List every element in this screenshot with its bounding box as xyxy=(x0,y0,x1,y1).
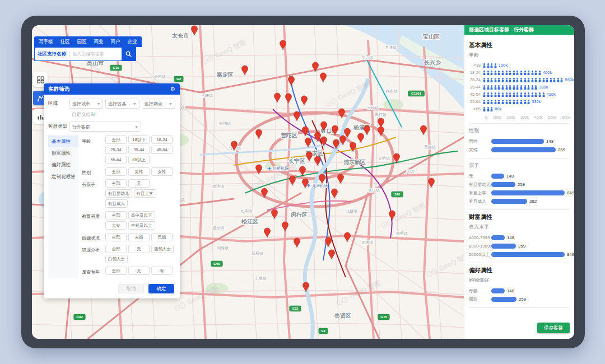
option-chip[interactable]: 全部 xyxy=(105,167,127,176)
cancel-button[interactable]: 取消 xyxy=(118,284,144,293)
svg-text:S20: S20 xyxy=(394,193,401,196)
region-select-2[interactable]: 选择网点▼ xyxy=(142,99,175,109)
svg-text:G92: G92 xyxy=(76,315,83,319)
option-chip[interactable]: 全部 xyxy=(105,136,127,144)
map-pin[interactable] xyxy=(315,156,321,166)
map-pin[interactable] xyxy=(338,174,344,184)
bar-row: 有且上学849 xyxy=(469,189,570,197)
map-pin[interactable] xyxy=(305,138,311,148)
option-chip[interactable]: 男性 xyxy=(128,167,150,176)
option-chip[interactable]: 全部 xyxy=(105,211,127,220)
option-chip[interactable]: 45-54 xyxy=(151,146,173,154)
group-type-select[interactable]: 行外客群 ▼ xyxy=(69,122,141,132)
option-chip[interactable]: 全部 xyxy=(105,233,127,241)
map-pin[interactable] xyxy=(329,250,335,260)
option-chip[interactable]: 蓝领人士 xyxy=(151,245,174,253)
map-pin[interactable] xyxy=(256,129,262,139)
option-chip[interactable]: 全部 xyxy=(105,267,127,275)
map-pin[interactable] xyxy=(294,238,300,248)
option-chip[interactable]: 未婚 xyxy=(128,233,150,241)
map-pin[interactable] xyxy=(421,125,427,136)
map-pin[interactable] xyxy=(429,178,435,188)
map-pin[interactable] xyxy=(242,66,248,76)
map-pin[interactable] xyxy=(294,111,300,122)
map-pin[interactable] xyxy=(320,73,327,83)
map-pin[interactable] xyxy=(339,109,345,119)
option-chip[interactable]: 无 xyxy=(128,179,150,188)
option-chip[interactable]: 有 xyxy=(151,267,173,275)
age-value: 420k xyxy=(547,92,556,97)
map-pin[interactable] xyxy=(332,189,338,199)
option-chip[interactable]: 大专 xyxy=(105,221,127,230)
map-pin[interactable] xyxy=(306,152,313,162)
option-chip[interactable]: 无 xyxy=(128,245,150,253)
confirm-button[interactable]: 确定 xyxy=(148,284,174,293)
bar-label: 男性 xyxy=(469,138,491,144)
map-pin[interactable] xyxy=(302,127,309,137)
attribute-tab-1[interactable]: 财富属性 xyxy=(48,147,78,159)
filter-row-chips: 全部无有且婴幼儿有且上学有且成人 xyxy=(105,179,175,209)
bar-value: 259 xyxy=(558,147,565,152)
option-chip[interactable]: 有且上学 xyxy=(134,189,156,198)
age-label: 25-34 xyxy=(469,77,483,82)
map-pin[interactable] xyxy=(282,222,288,232)
search-button[interactable] xyxy=(122,48,136,60)
bar-label: 有且婴幼儿 xyxy=(469,181,491,188)
region-select-1[interactable]: 选择区县▼ xyxy=(105,99,139,109)
filter-row-5: 职业分布全部无蓝领人士白领人士 xyxy=(82,245,175,265)
filter-row-label: 教育程度 xyxy=(82,211,105,231)
bar-row: 无148 xyxy=(469,172,570,180)
map-pin[interactable] xyxy=(290,176,296,186)
tab-2[interactable]: 园区 xyxy=(77,39,87,45)
save-audience-button[interactable]: 保存客群 xyxy=(537,323,570,333)
option-chip[interactable]: 有且成人 xyxy=(105,199,128,208)
option-chip[interactable]: 白领人士 xyxy=(105,255,128,263)
gear-icon[interactable]: ⚙ xyxy=(170,86,175,92)
option-chip[interactable]: 女性 xyxy=(151,167,173,176)
option-chip[interactable]: 有且婴幼儿 xyxy=(105,189,132,198)
option-chip[interactable]: 55-64 xyxy=(105,156,127,164)
tab-4[interactable]: 商户 xyxy=(111,39,120,45)
map-pin[interactable] xyxy=(319,174,325,184)
search-input[interactable] xyxy=(71,52,122,57)
map-pin[interactable] xyxy=(272,209,278,220)
custom-draw-link[interactable]: 自定义绘制 xyxy=(72,111,175,118)
filter-row-chips: 全部18以下18-2425-3435-4445-5455-6465以上 xyxy=(105,136,175,166)
map-pin[interactable] xyxy=(358,133,364,143)
map-pin[interactable] xyxy=(286,94,292,104)
option-chip[interactable]: 18-24 xyxy=(151,136,173,144)
chart-subtitle: 购物偏好 xyxy=(469,277,570,284)
map-pin[interactable] xyxy=(301,96,308,106)
map-pin[interactable] xyxy=(264,228,271,238)
map-pin[interactable] xyxy=(274,93,281,103)
tab-0[interactable]: 写字楼 xyxy=(39,39,53,45)
search-category-label[interactable]: 社区支行名称 xyxy=(35,51,69,58)
option-chip[interactable]: 35-44 xyxy=(128,146,150,154)
option-chip[interactable]: 全部 xyxy=(105,179,127,188)
option-chip[interactable]: 65以上 xyxy=(128,156,150,164)
map-pin[interactable] xyxy=(288,76,295,86)
region-select-0[interactable]: 选择城市▼ xyxy=(69,99,103,109)
option-chip[interactable]: 18以下 xyxy=(128,136,150,144)
option-chip[interactable]: 已婚 xyxy=(151,233,173,241)
svg-text:普陀区: 普陀区 xyxy=(281,132,297,138)
attribute-tab-2[interactable]: 偏好属性 xyxy=(48,159,78,171)
bar-value: 148 xyxy=(546,139,553,144)
attribute-tab-3[interactable]: 定制化标签 xyxy=(48,171,78,183)
map-pin[interactable] xyxy=(192,26,198,36)
attribute-tab-0[interactable]: 基本属性 xyxy=(48,136,78,147)
option-chip[interactable]: 全部 xyxy=(105,245,127,253)
tab-3[interactable]: 商业 xyxy=(94,39,104,45)
option-chip[interactable]: 25-34 xyxy=(105,146,127,154)
option-chip[interactable]: 本科及以上 xyxy=(128,221,155,230)
axis-tick: 0 xyxy=(485,115,487,119)
tab-5[interactable]: 企业 xyxy=(128,39,137,45)
map-pin[interactable] xyxy=(345,232,351,242)
map-pin[interactable] xyxy=(389,211,395,221)
chart-subtitle: 孩子 xyxy=(469,162,570,169)
map-pin[interactable] xyxy=(364,125,370,136)
option-chip[interactable]: 无 xyxy=(128,267,150,275)
bar xyxy=(491,288,505,293)
tab-1[interactable]: 社区 xyxy=(61,39,70,45)
option-chip[interactable]: 高中及以下 xyxy=(128,211,155,220)
